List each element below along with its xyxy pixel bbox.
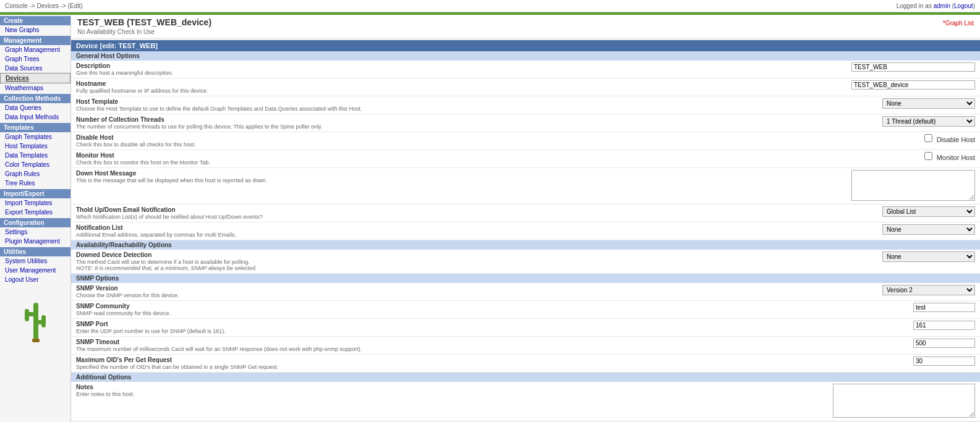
description-control — [480, 61, 981, 78]
sidebar-item-graph-management[interactable]: Graph Management — [0, 45, 70, 54]
sidebar-item-weathermaps[interactable]: Weathermaps — [0, 83, 70, 93]
table-row: Maximum OID's Per Get Request Specified … — [71, 355, 980, 373]
snmp-port-input[interactable] — [913, 321, 975, 330]
sidebar-section-collection-methods: Collection Methods — [0, 94, 70, 103]
sidebar-item-import-templates[interactable]: Import Templates — [0, 198, 70, 208]
sidebar-item-data-sources[interactable]: Data Sources — [0, 64, 70, 73]
logout-link[interactable]: Logout — [954, 2, 973, 9]
snmp-timeout-desc: The maximum number of milliseconds Cacti… — [76, 346, 475, 352]
disable-host-label: Disable Host — [76, 134, 475, 141]
additional-options-header: Additional Options — [71, 373, 980, 382]
monitor-host-checkbox[interactable] — [924, 152, 932, 160]
notes-desc: Enter notes to this host. — [76, 391, 475, 397]
snmp-timeout-label: SNMP Timeout — [76, 339, 475, 345]
description-input[interactable] — [851, 62, 975, 72]
sidebar-section-create: Create — [0, 16, 70, 25]
notification-list-select[interactable]: None — [882, 224, 975, 235]
sidebar-item-new-graphs[interactable]: New Graphs — [0, 25, 70, 35]
monitor-host-checkbox-label: Monitor Host — [924, 154, 975, 161]
downed-device-desc: The method Cacti will use to determine i… — [76, 259, 475, 271]
collection-threads-control: 1 Thread (default) — [480, 114, 981, 132]
auth-text: Logged in as — [897, 2, 934, 9]
table-row: Downed Device Detection The method Cacti… — [71, 250, 980, 274]
snmp-port-label: SNMP Port — [76, 321, 475, 327]
down-host-message-textarea[interactable] — [851, 170, 975, 201]
snmp-community-desc: SNMP read community for this device. — [76, 310, 475, 316]
thold-notification-label: Thold Up/Down Email Notification — [76, 206, 475, 213]
device-edit-header: Device [edit: TEST_WEB] — [71, 40, 980, 51]
disable-host-control: Disable Host — [480, 132, 981, 150]
graph-list-link[interactable]: *Graph List — [896, 19, 974, 28]
host-template-desc: Choose the Host Template to use to defin… — [76, 106, 475, 112]
table-row: Disable Host Check this box to disable a… — [71, 132, 980, 150]
thold-notification-select[interactable]: Global List — [882, 206, 975, 217]
sidebar-item-logout-user[interactable]: Logout User — [0, 275, 70, 284]
table-row: Notes Enter notes to this host. — [71, 382, 980, 421]
page-title: TEST_WEB (TEST_WEB_device) — [77, 17, 974, 27]
snmp-timeout-input[interactable] — [913, 339, 975, 348]
table-row: Host Template Choose the Host Template t… — [71, 96, 980, 114]
svg-rect-4 — [41, 315, 46, 327]
max-oid-label: Maximum OID's Per Get Request — [76, 357, 475, 363]
sidebar-item-settings[interactable]: Settings — [0, 227, 70, 237]
max-oid-input[interactable] — [913, 357, 975, 366]
general-host-options-header: General Host Options — [71, 51, 980, 61]
sidebar-item-tree-rules[interactable]: Tree Rules — [0, 179, 70, 188]
sidebar-section-configuration: Configuration — [0, 218, 70, 227]
snmp-community-input[interactable] — [913, 303, 975, 312]
breadcrumb: Console -> Devices -> (Edit) — [5, 2, 83, 9]
sidebar-item-devices[interactable]: Devices — [0, 73, 70, 83]
snmp-port-desc: Enter the UDP port number to use for SNM… — [76, 328, 475, 334]
downed-device-select[interactable]: None — [882, 251, 975, 262]
collection-threads-select[interactable]: 1 Thread (default) — [882, 116, 975, 127]
description-label: Description — [76, 62, 475, 69]
admin-link[interactable]: admin — [934, 2, 950, 9]
collection-threads-label: Number of Collection Threads — [76, 116, 475, 123]
notes-textarea[interactable] — [833, 384, 975, 418]
sidebar-item-user-management[interactable]: User Management — [0, 266, 70, 275]
sidebar-item-data-templates[interactable]: Data Templates — [0, 151, 70, 160]
sidebar-item-export-templates[interactable]: Export Templates — [0, 208, 70, 217]
sidebar-section-management: Management — [0, 36, 70, 45]
hostname-control — [480, 78, 981, 96]
monitor-host-desc: Check this box to monitor this host on t… — [76, 159, 475, 166]
downed-device-label: Downed Device Detection — [76, 251, 475, 258]
snmp-community-label: SNMP Community — [76, 303, 475, 310]
top-right-links: *Create Graphs for this Host *Data Sourc… — [896, 17, 974, 28]
max-oid-control — [480, 355, 981, 373]
svg-rect-5 — [32, 339, 40, 342]
host-template-control: None — [480, 96, 981, 114]
sidebar-item-graph-templates[interactable]: Graph Templates — [0, 132, 70, 141]
disable-host-checkbox-label: Disable Host — [924, 136, 975, 143]
main-header: *Create Graphs for this Host *Data Sourc… — [71, 15, 980, 38]
sidebar-item-data-input-methods[interactable]: Data Input Methods — [0, 112, 70, 122]
disable-host-text: Disable Host — [937, 136, 975, 143]
snmp-timeout-control — [480, 337, 981, 355]
monitor-host-text: Monitor Host — [937, 154, 975, 161]
description-desc: Give this host a meaningful description. — [76, 70, 475, 76]
sidebar-item-graph-trees[interactable]: Graph Trees — [0, 54, 70, 64]
table-row: Hostname Fully qualified hostname or IP … — [71, 78, 980, 96]
sidebar-section-import-export: Import/Export — [0, 189, 70, 198]
table-row: Description Give this host a meaningful … — [71, 61, 980, 78]
cactus-logo — [0, 290, 70, 353]
sidebar-item-graph-rules[interactable]: Graph Rules — [0, 169, 70, 179]
notification-list-label: Notification List — [76, 224, 475, 231]
availability-table: Downed Device Detection The method Cacti… — [71, 250, 980, 274]
sidebar-item-system-utilities[interactable]: System Utilities — [0, 256, 70, 266]
sidebar-item-plugin-management[interactable]: Plugin Management — [0, 237, 70, 246]
snmp-options-header: SNMP Options — [71, 274, 980, 283]
host-template-select[interactable]: None — [882, 98, 975, 109]
sidebar-item-data-queries[interactable]: Data Queries — [0, 103, 70, 112]
disable-host-checkbox[interactable] — [924, 134, 932, 142]
max-oid-desc: Specified the number of OID's that can b… — [76, 364, 475, 370]
monitor-host-label: Monitor Host — [76, 152, 475, 159]
sidebar-item-host-templates[interactable]: Host Templates — [0, 141, 70, 151]
notes-label: Notes — [76, 384, 475, 390]
snmp-version-select[interactable]: Version 2 — [882, 285, 975, 295]
table-row: SNMP Port Enter the UDP port number to u… — [71, 319, 980, 337]
auth-bar: Logged in as admin (Logout) — [897, 2, 975, 9]
hostname-input[interactable] — [851, 80, 975, 90]
sidebar-item-color-templates[interactable]: Color Templates — [0, 160, 70, 169]
cactus-icon — [20, 297, 51, 346]
